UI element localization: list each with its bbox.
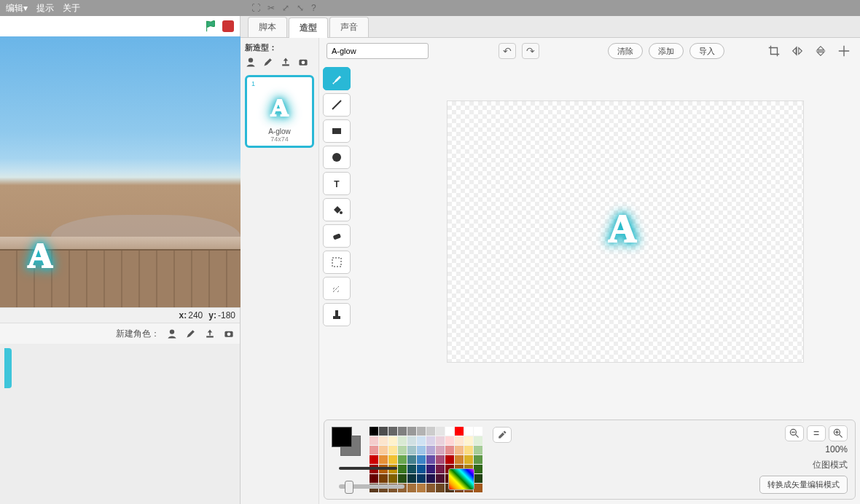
crop-icon[interactable] bbox=[765, 43, 783, 59]
palette-swatch[interactable] bbox=[426, 446, 435, 454]
text-tool[interactable]: T bbox=[323, 172, 351, 195]
palette-swatch[interactable] bbox=[370, 436, 378, 445]
stamp-tool[interactable] bbox=[323, 303, 351, 326]
palette-swatch[interactable] bbox=[474, 446, 482, 454]
palette-swatch[interactable] bbox=[464, 446, 473, 454]
palette-swatch[interactable] bbox=[407, 427, 416, 436]
tab-sounds[interactable]: 声音 bbox=[329, 17, 369, 37]
wand-tool[interactable] bbox=[323, 277, 351, 300]
palette-swatch[interactable] bbox=[388, 436, 397, 445]
stage[interactable]: A bbox=[0, 36, 241, 307]
brush-size-slider[interactable] bbox=[339, 484, 404, 489]
green-flag-icon[interactable] bbox=[203, 19, 218, 34]
upload-costume-icon[interactable] bbox=[280, 56, 293, 69]
shrink-icon[interactable]: ⤡ bbox=[297, 3, 304, 13]
palette-swatch[interactable] bbox=[417, 436, 426, 445]
tab-costumes[interactable]: 造型 bbox=[289, 17, 328, 38]
zoom-reset-button[interactable]: = bbox=[807, 425, 826, 441]
palette-swatch[interactable] bbox=[455, 455, 464, 464]
flip-v-icon[interactable] bbox=[812, 43, 829, 59]
line-tool[interactable] bbox=[323, 93, 351, 117]
palette-swatch[interactable] bbox=[445, 455, 454, 464]
palette-swatch[interactable] bbox=[455, 427, 464, 436]
stop-icon[interactable] bbox=[222, 20, 234, 32]
palette-swatch[interactable] bbox=[474, 436, 482, 445]
color-picker-button[interactable] bbox=[448, 468, 474, 490]
palette-swatch[interactable] bbox=[464, 455, 473, 464]
paint-costume-icon[interactable] bbox=[262, 56, 275, 69]
help-icon[interactable]: ? bbox=[311, 3, 316, 13]
palette-swatch[interactable] bbox=[474, 427, 482, 436]
fill-tool[interactable] bbox=[323, 198, 351, 221]
palette-swatch[interactable] bbox=[426, 427, 435, 436]
palette-swatch[interactable] bbox=[398, 446, 407, 454]
palette-swatch[interactable] bbox=[398, 436, 407, 445]
redo-button[interactable]: ↷ bbox=[522, 43, 539, 59]
canvas-sprite[interactable]: A bbox=[593, 203, 652, 254]
undo-button[interactable]: ↶ bbox=[499, 43, 516, 59]
palette-swatch[interactable] bbox=[388, 427, 397, 436]
palette-swatch[interactable] bbox=[445, 436, 454, 445]
palette-swatch[interactable] bbox=[379, 436, 388, 445]
palette-swatch[interactable] bbox=[407, 446, 416, 454]
palette-swatch[interactable] bbox=[417, 427, 426, 436]
palette-swatch[interactable] bbox=[474, 465, 482, 473]
palette-swatch[interactable] bbox=[370, 427, 378, 436]
sprite-on-stage[interactable]: A bbox=[15, 233, 66, 277]
palette-swatch[interactable] bbox=[436, 455, 445, 464]
costume-name-input[interactable] bbox=[327, 43, 429, 59]
palette-swatch[interactable] bbox=[436, 427, 445, 436]
center-icon[interactable] bbox=[835, 43, 853, 59]
palette-swatch[interactable] bbox=[388, 455, 397, 464]
palette-swatch[interactable] bbox=[388, 446, 397, 454]
zoom-out-button[interactable] bbox=[785, 425, 804, 441]
menu-hints[interactable]: 提示 bbox=[36, 2, 54, 15]
clear-button[interactable]: 清除 bbox=[608, 43, 643, 59]
costume-item[interactable]: 1 A A-glow 74x74 bbox=[245, 75, 314, 148]
palette-swatch[interactable] bbox=[436, 436, 445, 445]
ellipse-tool[interactable] bbox=[323, 146, 351, 169]
palette-swatch[interactable] bbox=[407, 455, 416, 464]
rectangle-tool[interactable] bbox=[323, 119, 351, 143]
paint-sprite-icon[interactable] bbox=[184, 327, 198, 340]
palette-swatch[interactable] bbox=[370, 446, 378, 454]
convert-mode-button[interactable]: 转换成矢量编辑模式 bbox=[759, 476, 848, 494]
menu-edit[interactable]: 编辑▾ bbox=[6, 2, 28, 15]
eyedropper-button[interactable] bbox=[493, 427, 512, 443]
palette-swatch[interactable] bbox=[417, 455, 426, 464]
palette-swatch[interactable] bbox=[474, 474, 482, 483]
palette-swatch[interactable] bbox=[464, 427, 473, 436]
library-costume-icon[interactable] bbox=[245, 56, 258, 69]
palette-swatch[interactable] bbox=[407, 436, 416, 445]
palette-swatch[interactable] bbox=[474, 455, 482, 464]
palette-swatch[interactable] bbox=[426, 455, 435, 464]
menu-about[interactable]: 关于 bbox=[63, 2, 80, 15]
palette-swatch[interactable] bbox=[474, 484, 482, 492]
brush-tool[interactable] bbox=[323, 67, 351, 90]
palette-swatch[interactable] bbox=[379, 455, 388, 464]
eraser-tool[interactable] bbox=[323, 224, 351, 248]
palette-swatch[interactable] bbox=[379, 427, 388, 436]
sprite-thumbnail[interactable] bbox=[4, 348, 12, 388]
camera-sprite-icon[interactable] bbox=[222, 327, 235, 340]
grow-icon[interactable]: ⤢ bbox=[282, 3, 289, 13]
palette-swatch[interactable] bbox=[464, 436, 473, 445]
palette-swatch[interactable] bbox=[417, 446, 426, 454]
select-tool[interactable] bbox=[323, 251, 351, 274]
add-button[interactable]: 添加 bbox=[649, 43, 684, 59]
library-sprite-icon[interactable] bbox=[165, 327, 179, 340]
palette-swatch[interactable] bbox=[398, 427, 407, 436]
palette-swatch[interactable] bbox=[455, 436, 464, 445]
cut-icon[interactable]: ✂ bbox=[267, 3, 275, 13]
palette-swatch[interactable] bbox=[379, 446, 388, 454]
palette-swatch[interactable] bbox=[455, 446, 464, 454]
palette-swatch[interactable] bbox=[370, 455, 378, 464]
camera-costume-icon[interactable] bbox=[297, 56, 310, 69]
upload-sprite-icon[interactable] bbox=[203, 327, 216, 340]
palette-swatch[interactable] bbox=[426, 436, 435, 445]
palette-swatch[interactable] bbox=[445, 446, 454, 454]
tab-scripts[interactable]: 脚本 bbox=[248, 17, 287, 37]
stamp-icon[interactable]: ⛶ bbox=[251, 3, 260, 13]
import-button[interactable]: 导入 bbox=[689, 43, 724, 59]
paint-canvas[interactable]: A bbox=[447, 101, 804, 363]
